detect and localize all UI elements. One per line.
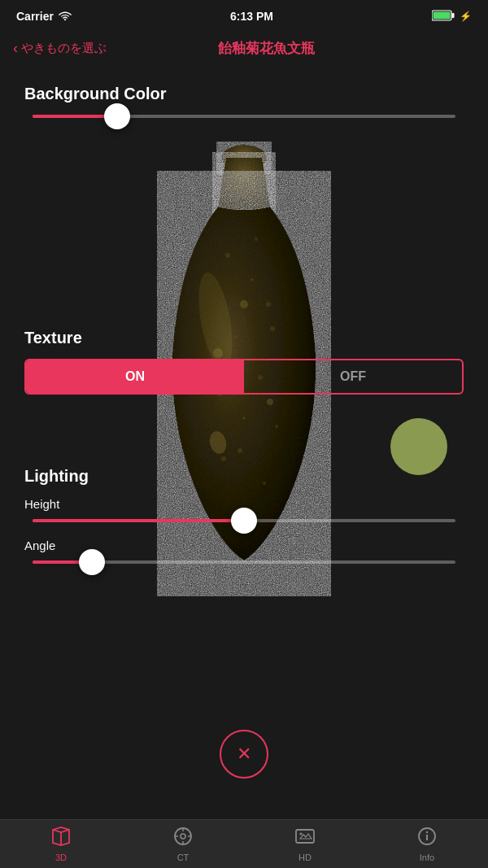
close-icon: ✕ <box>237 745 251 763</box>
svg-point-15 <box>230 368 233 371</box>
svg-point-11 <box>242 417 246 420</box>
main-content: Background Color Texture ON OFF Lighting… <box>0 68 488 819</box>
svg-point-9 <box>234 335 237 338</box>
color-swatch <box>390 418 447 475</box>
tab-hd-label: HD <box>298 853 312 862</box>
battery-icon <box>432 10 455 24</box>
svg-point-35 <box>426 831 428 833</box>
svg-point-18 <box>237 448 242 453</box>
svg-point-10 <box>258 375 263 380</box>
svg-point-21 <box>213 348 223 358</box>
svg-point-8 <box>266 302 271 307</box>
nav-title: 飴釉菊花魚文瓶 <box>58 39 475 58</box>
svg-rect-3 <box>434 11 451 19</box>
tab-bar: 3D CT HD <box>0 819 488 868</box>
vase-area <box>0 68 488 819</box>
svg-point-0 <box>64 19 66 20</box>
svg-point-14 <box>246 513 251 518</box>
svg-point-23 <box>240 300 248 308</box>
tab-ct-label: CT <box>177 853 190 862</box>
status-bar: Carrier 6:13 PM ⚡ <box>0 0 488 29</box>
back-chevron-icon: ‹ <box>13 41 18 55</box>
svg-point-19 <box>275 425 278 428</box>
tab-info-label: Info <box>420 853 434 862</box>
svg-point-16 <box>270 326 275 331</box>
nav-bar: ‹ やきものを選ぶ 飴釉菊花魚文瓶 <box>0 29 488 68</box>
svg-point-32 <box>300 833 303 835</box>
svg-point-6 <box>225 253 230 258</box>
status-time: 6:13 PM <box>230 10 273 23</box>
tab-3d-label: 3D <box>55 853 67 862</box>
tab-hd[interactable]: HD <box>244 820 366 868</box>
svg-rect-2 <box>452 13 455 18</box>
status-left: Carrier <box>16 10 72 23</box>
svg-point-26 <box>181 834 185 839</box>
vase-image <box>130 93 358 646</box>
tab-3d-icon <box>50 826 72 850</box>
svg-point-20 <box>217 391 222 396</box>
tab-info[interactable]: Info <box>366 820 488 868</box>
wifi-icon <box>59 10 72 23</box>
svg-point-22 <box>267 399 273 405</box>
charge-icon: ⚡ <box>460 11 472 22</box>
tab-info-icon <box>416 826 438 850</box>
carrier-label: Carrier <box>16 10 54 23</box>
svg-point-12 <box>221 456 226 461</box>
svg-point-7 <box>251 278 254 281</box>
svg-point-17 <box>255 238 258 241</box>
tab-hd-icon <box>294 826 316 850</box>
tab-ct[interactable]: CT <box>122 820 244 868</box>
svg-point-13 <box>263 482 266 485</box>
tab-ct-icon <box>172 826 194 850</box>
tab-3d[interactable]: 3D <box>0 820 122 868</box>
status-right: ⚡ <box>432 10 472 24</box>
close-button[interactable]: ✕ <box>220 730 268 779</box>
